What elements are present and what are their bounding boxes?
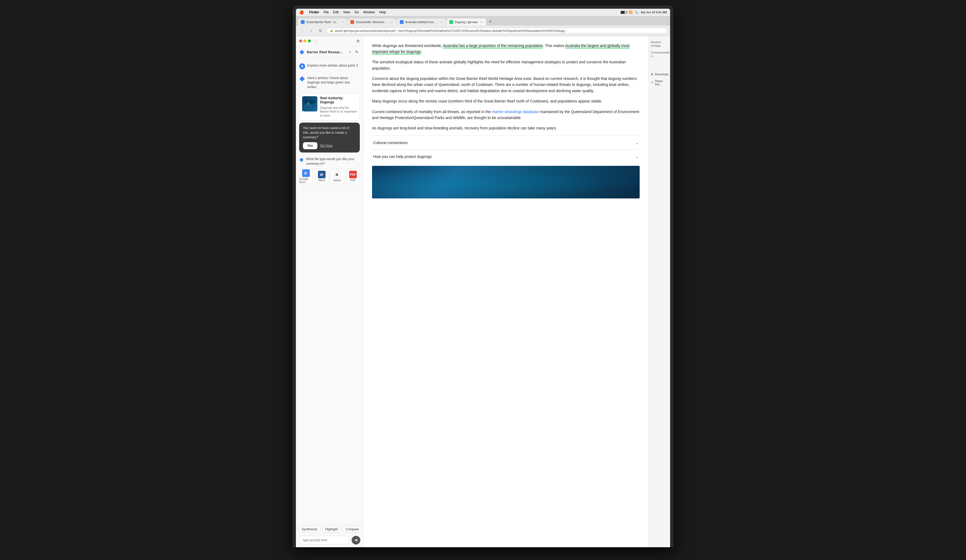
article-thumbnail [302,96,317,112]
back-button[interactable]: ‹ [299,27,306,34]
p1-after: . [421,49,422,54]
file-type-gdocs[interactable]: Google Docs [299,169,313,184]
tab-3[interactable]: Australia lobbied Unesco to rem... × [397,18,446,26]
traffic-lights [299,39,311,43]
user-message: B Explore more articles about point 3 [296,61,363,72]
ai-message: Here's articles I found about dugongs an… [296,74,363,92]
svg-text:N: N [335,172,338,177]
sidebar-header: ⬚ ⚙ [296,36,363,46]
close-traffic-light[interactable] [299,39,302,43]
svg-text:W: W [320,172,324,177]
project-chevron-icon[interactable]: ▾ [350,50,351,54]
file-type-icons: Google Docs W Word [299,169,360,184]
download-icon: ⬇ [651,72,653,76]
file-type-pdf[interactable]: PDF PDF [346,169,360,184]
tab-2[interactable]: Unscientific: Morrison governm... × [348,18,396,26]
yes-button[interactable]: Yes [303,142,317,149]
search-icon[interactable]: 🔍 [635,11,639,14]
reload-button[interactable]: ↻ [317,27,324,34]
browser-chrome: Great Barrier Reef - UNESCO W... × Unsci… [296,16,670,36]
word-icon: W [318,171,325,178]
summary-prompt-actions: Yes Not Now [303,142,356,149]
file-type-word[interactable]: W Word [315,169,329,184]
ai-message-text: Here's articles I found about dugongs an… [307,76,360,89]
svg-marker-1 [299,76,305,82]
right-sidebar-spacer [651,61,668,69]
ai-icon-small [299,157,304,163]
action-chips-bar: Synthesize Highlight Compare Create [296,524,363,534]
article-info: Reef Authority: Dugongs Dugongs and why … [320,96,357,117]
paragraph-1: While dugongs are threatened worldwide, … [372,43,640,55]
summary-prompt-text: You seem to have saved a lot of info, wo… [303,126,356,140]
tab-bar: Great Barrier Reef - UNESCO W... × Unsci… [296,16,670,26]
web-content-area: While dugongs are threatened worldwide, … [363,36,648,547]
share-item[interactable]: ↗ Share this... [651,79,668,86]
summary-prompt-card: You seem to have saved a lot of info, wo… [299,123,360,153]
svg-rect-6 [304,172,307,172]
apple-logo[interactable]: 🍎 [299,10,304,15]
forward-button[interactable]: › [308,27,315,34]
menu-file[interactable]: File [324,10,329,14]
new-tab-button[interactable]: + [486,18,494,26]
svg-marker-4 [299,158,304,162]
tab-title-1: Great Barrier Reef - UNESCO W... [306,20,339,24]
main-layout: ⬚ ⚙ Barrier Reef Re [296,36,670,547]
send-prompt-button[interactable] [352,536,360,545]
cultural-connections-title: Cultural connections [373,140,407,146]
tab-1[interactable]: Great Barrier Reef - UNESCO W... × [298,18,347,26]
not-now-button[interactable]: Not Now [320,144,333,148]
svg-point-3 [307,102,309,105]
svg-rect-7 [304,172,307,173]
menu-window[interactable]: Window [363,10,375,14]
minimize-traffic-light[interactable] [304,39,307,43]
menu-go[interactable]: Go [355,10,359,14]
tab-4[interactable]: Dugong | gbrmpa × [447,18,486,26]
tab-close-3[interactable]: × [439,20,443,24]
address-bar[interactable]: 🔒 www2.gbrmpa.gov.au/learn/animals/dugon… [326,28,667,34]
url-text: www2.gbrmpa.gov.au/learn/animals/dugong/… [335,29,664,32]
gdocs-label: Google Docs [299,177,312,184]
new-note-button[interactable]: ✎ [353,49,360,56]
synthesize-chip[interactable]: Synthesize [299,526,320,532]
settings-icon[interactable]: ⚙ [356,39,360,43]
file-type-notion[interactable]: N Notion [331,169,344,184]
paragraph-6: As dugongs are long-lived and slow-breed… [372,125,640,131]
menu-bar-right: 📶 🔍 Sat Jun 10 9:41 AM [621,11,667,14]
menu-view[interactable]: View [343,10,350,14]
menu-bar: 🍎 Finder File Edit View Go Window Help 📶… [296,9,670,16]
highlight-chip[interactable]: Highlight [322,526,341,532]
wifi-icon: 📶 [629,11,632,14]
notion-label: Notion [334,179,341,182]
marine-strandings-link[interactable]: marine strandings database [492,110,539,114]
nav-bar: ‹ › ↻ 🔒 www2.gbrmpa.gov.au/learn/animals… [296,26,670,36]
tab-close-4[interactable]: × [480,20,483,24]
menu-help[interactable]: Help [379,10,386,14]
download-item[interactable]: ⬇ Download... [651,72,668,76]
cultural-chevron-icon: ⌄ [635,140,639,146]
tab-close-1[interactable]: × [340,20,344,24]
p1-between: . This makes [543,43,565,48]
sidebar-project[interactable]: Barrier Reef Resear... ▾ ✎ [296,46,363,58]
sidebar: ⬚ ⚙ Barrier Reef Re [296,36,363,547]
cultural-connections-section[interactable]: Cultural connections ⌄ [372,136,640,149]
prompt-input[interactable] [299,536,350,545]
file-type-section: What file type would you like your summa… [296,155,363,186]
how-to-help-chevron-icon: ⌄ [635,154,639,159]
user-message-text: Explore more articles about point 3 [307,63,358,68]
menu-finder[interactable]: Finder [309,10,319,14]
lock-icon: 🔒 [330,29,333,32]
sidebar-toggle[interactable]: ⬚ [315,39,318,43]
paragraph-4: Many dugongs occur along the remote coas… [372,98,640,104]
compare-chip[interactable]: Compare [342,526,362,532]
project-name: Barrier Reef Resear... [307,50,347,54]
tab-favicon-4 [449,20,453,24]
tab-close-2[interactable]: × [390,20,394,24]
article-card[interactable]: Reef Authority: Dugongs Dugongs and why … [299,93,360,120]
how-to-help-section[interactable]: How you can help protect dugongs ⌄ [372,149,640,163]
maximize-traffic-light[interactable] [308,39,311,43]
tab-title-4: Dugong | gbrmpa [455,20,478,24]
menu-edit[interactable]: Edit [333,10,339,14]
article-title: Reef Authority: Dugongs [320,96,357,105]
sidebar-content: B Explore more articles about point 3 [296,58,363,524]
right-sidebar-text1: Maritime heritage [651,41,668,48]
